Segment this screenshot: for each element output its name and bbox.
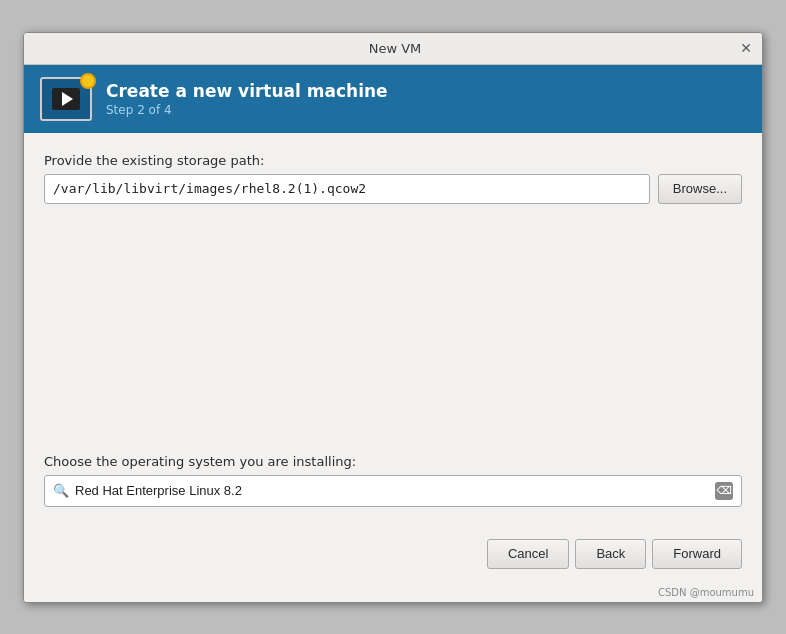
- browse-button[interactable]: Browse...: [658, 174, 742, 204]
- clear-os-button[interactable]: ⌫: [715, 482, 733, 500]
- badge-icon: [80, 73, 96, 89]
- spacer: [44, 224, 742, 454]
- back-button[interactable]: Back: [575, 539, 646, 569]
- header-title: Create a new virtual machine: [106, 81, 388, 101]
- cancel-button[interactable]: Cancel: [487, 539, 569, 569]
- monitor-icon: [52, 88, 80, 110]
- close-button[interactable]: ✕: [738, 40, 754, 56]
- header-subtitle: Step 2 of 4: [106, 103, 388, 117]
- header-banner: Create a new virtual machine Step 2 of 4: [24, 65, 762, 133]
- watermark: CSDN @moumumu: [24, 585, 762, 602]
- storage-path-input[interactable]: [44, 174, 650, 204]
- vm-icon: [40, 77, 92, 121]
- new-vm-window: New VM ✕ Create a new virtual machine St…: [23, 32, 763, 603]
- os-search-row[interactable]: 🔍 ⌫: [44, 475, 742, 507]
- os-label: Choose the operating system you are inst…: [44, 454, 742, 469]
- footer: Cancel Back Forward: [24, 539, 762, 585]
- header-text: Create a new virtual machine Step 2 of 4: [106, 81, 388, 117]
- search-icon: 🔍: [53, 483, 69, 498]
- storage-label: Provide the existing storage path:: [44, 153, 742, 168]
- os-search-input[interactable]: [75, 483, 709, 498]
- play-icon: [62, 92, 73, 106]
- titlebar: New VM ✕: [24, 33, 762, 65]
- content-area: Provide the existing storage path: Brows…: [24, 133, 762, 539]
- window-title: New VM: [52, 41, 738, 56]
- path-row: Browse...: [44, 174, 742, 204]
- forward-button[interactable]: Forward: [652, 539, 742, 569]
